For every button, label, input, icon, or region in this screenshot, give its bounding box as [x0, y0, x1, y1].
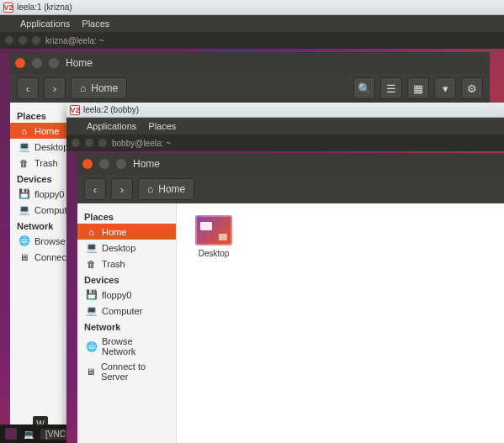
terminal-titlebar-2: bobby@leela: ~: [66, 134, 504, 151]
vnc-window-2: V2 leela:2 (bobby) Applications Places b…: [66, 103, 504, 443]
desktop-icon: 💻: [19, 141, 29, 152]
minimize-icon[interactable]: [32, 58, 42, 68]
vnc-icon: V2: [3, 3, 13, 13]
sidebar-label-desktop: Desktop: [102, 243, 135, 253]
floppy-icon: 💾: [19, 188, 29, 199]
trash-icon: 🗑: [86, 258, 97, 269]
desktop-icon: 💻: [86, 242, 97, 253]
ubuntu-desktop-2: Applications Places bobby@leela: ~ Home …: [66, 118, 504, 443]
sidebar-label-floppy: floppy0: [34, 189, 64, 199]
window-close-icon[interactable]: [5, 36, 13, 45]
terminal-title-1: krizna@leela: ~: [45, 36, 103, 45]
fm-title-2: Home: [133, 158, 160, 170]
sidebar-header-network: Network: [77, 319, 176, 334]
home-icon: ⌂: [80, 82, 86, 94]
window-min-icon[interactable]: [19, 36, 27, 45]
menu-places-1[interactable]: Places: [82, 18, 109, 29]
back-button[interactable]: ‹: [17, 77, 39, 99]
minimize-icon[interactable]: [99, 159, 109, 169]
view-options-button[interactable]: ▾: [434, 77, 456, 99]
sidebar-item-home[interactable]: ⌂ Home: [77, 224, 176, 240]
sidebar-item-connect[interactable]: 🖥 Connect to Server: [77, 359, 176, 384]
sidebar-header-places: Places: [77, 208, 176, 224]
file-manager-2: Home ‹ › ⌂ Home Places ⌂ Home: [77, 153, 504, 443]
server-icon: 🖥: [86, 367, 96, 377]
vnc-titlebar-1[interactable]: V2 leela:1 (krizna): [0, 0, 504, 15]
gnome-menubar-2: Applications Places: [66, 118, 504, 134]
sidebar-label-trash: Trash: [34, 158, 58, 168]
fm-title-1: Home: [66, 57, 93, 69]
grid-view-button[interactable]: ▦: [407, 77, 429, 99]
sidebar-item-floppy[interactable]: 💾 floppy0: [77, 287, 176, 303]
sidebar-label-connect: Connect to Server: [101, 361, 169, 382]
sidebar-label-browse: Browse: [34, 236, 66, 246]
terminal-title-2: bobby@leela: ~: [112, 139, 171, 148]
sidebar-item-browse[interactable]: 🌐 Browse Network: [77, 334, 176, 359]
sidebar-label-browse: Browse Network: [102, 336, 169, 356]
close-icon[interactable]: [82, 159, 93, 169]
fm-toolbar-2: ‹ › ⌂ Home: [77, 175, 504, 203]
fm-toolbar-1: ‹ › ⌂ Home 🔍 ☰ ▦ ▾ ⚙: [10, 74, 490, 103]
sidebar-item-trash[interactable]: 🗑 Trash: [77, 256, 176, 272]
settings-button[interactable]: ⚙: [461, 77, 483, 99]
menu-applications-2[interactable]: Applications: [87, 121, 136, 131]
folder-icon: [195, 215, 232, 245]
vnc-titlebar-2[interactable]: V2 leela:2 (bobby): [66, 103, 504, 118]
home-icon: ⌂: [86, 226, 97, 237]
computer-icon: 💻: [86, 305, 97, 316]
vnc-title-1: leela:1 (krizna): [17, 3, 72, 12]
close-icon[interactable]: [15, 58, 25, 68]
server-icon: 🖥: [19, 251, 29, 262]
menu-places-2[interactable]: Places: [148, 121, 176, 131]
sidebar-item-computer[interactable]: 💻 Computer: [77, 303, 176, 319]
window-max-icon[interactable]: [98, 139, 107, 147]
taskbar-sep-icon: 💻: [24, 430, 34, 439]
location-button[interactable]: ⌂ Home: [71, 77, 127, 99]
gnome-menubar-1: Applications Places: [0, 15, 504, 32]
fm-titlebar-2[interactable]: Home: [77, 153, 504, 175]
fm-content-2[interactable]: Desktop: [177, 203, 504, 443]
folder-desktop-2[interactable]: Desktop: [188, 215, 239, 258]
sidebar-header-devices: Devices: [77, 272, 176, 287]
window-max-icon[interactable]: [32, 36, 40, 45]
home-icon: ⌂: [19, 125, 29, 136]
taskbar-app-icon[interactable]: [5, 428, 17, 440]
window-close-icon[interactable]: [72, 139, 80, 147]
sidebar-label-connect: Connect: [34, 252, 69, 262]
sidebar-item-desktop[interactable]: 💻 Desktop: [77, 240, 176, 256]
menu-applications-1[interactable]: Applications: [20, 18, 70, 29]
floppy-icon: 💾: [86, 289, 97, 300]
search-button[interactable]: 🔍: [353, 77, 375, 99]
maximize-icon[interactable]: [116, 159, 126, 169]
maximize-icon[interactable]: [49, 58, 59, 68]
fm-titlebar-1[interactable]: Home: [10, 52, 490, 74]
vnc-icon: V2: [70, 105, 80, 115]
network-icon: 🌐: [19, 235, 29, 246]
back-button[interactable]: ‹: [84, 178, 106, 200]
vnc-title-2: leela:2 (bobby): [83, 105, 139, 114]
trash-icon: 🗑: [19, 157, 29, 168]
folder-label: Desktop: [188, 249, 239, 258]
location-button[interactable]: ⌂ Home: [138, 178, 194, 200]
forward-button[interactable]: ›: [111, 178, 133, 200]
sidebar-label-computer: Computer: [102, 306, 142, 316]
list-view-button[interactable]: ☰: [380, 77, 402, 99]
network-icon: 🌐: [86, 341, 97, 352]
sidebar-label-home: Home: [34, 126, 59, 136]
home-icon: ⌂: [147, 183, 153, 195]
sidebar-label-trash: Trash: [102, 259, 125, 269]
terminal-titlebar-1: krizna@leela: ~: [0, 32, 504, 49]
computer-icon: 💻: [19, 204, 29, 215]
sidebar-label-home: Home: [102, 227, 126, 237]
forward-button[interactable]: ›: [44, 77, 66, 99]
sidebar-label-floppy: floppy0: [102, 290, 131, 300]
window-min-icon[interactable]: [85, 139, 93, 147]
fm-sidebar-2: Places ⌂ Home 💻 Desktop 🗑 Trash Devices: [77, 203, 177, 443]
location-label-1: Home: [91, 82, 118, 94]
location-label-2: Home: [158, 183, 185, 195]
sidebar-label-desktop: Desktop: [34, 142, 68, 152]
